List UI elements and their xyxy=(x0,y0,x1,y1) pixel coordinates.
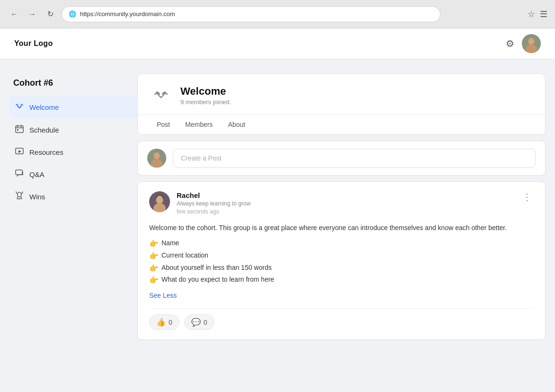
post-list: 👉 Name 👉 Current location 👉 About yourse… xyxy=(149,238,534,286)
group-title: Welcome xyxy=(180,85,231,98)
post-author-info: Rachel Always keep learning to grow few … xyxy=(177,191,251,215)
rachel-avatar-image xyxy=(149,191,170,212)
globe-icon: 🌐 xyxy=(69,10,76,18)
like-count: 0 xyxy=(169,319,172,326)
like-icon: 👍 xyxy=(156,318,166,327)
schedule-icon xyxy=(14,124,25,136)
welcome-icon xyxy=(14,101,25,114)
app-header: Your Logo ⚙ xyxy=(0,28,555,59)
tab-about[interactable]: About xyxy=(220,115,253,135)
sidebar-wins-label: Wins xyxy=(29,193,45,201)
see-less-link[interactable]: See Less xyxy=(149,290,177,301)
qa-icon xyxy=(14,169,25,180)
post-timestamp: few seconds ago xyxy=(177,208,251,215)
back-button[interactable]: ← xyxy=(8,8,21,21)
post-create-input[interactable]: Create a Post xyxy=(173,149,536,168)
post-author-tagline: Always keep learning to grow xyxy=(177,200,251,207)
sidebar-item-welcome[interactable]: Welcome xyxy=(9,97,137,118)
forward-button[interactable]: → xyxy=(26,8,39,21)
list-item-about: 👉 About yourself in less than 150 words xyxy=(149,262,534,275)
post-body-intro: Welcome to the cohort. This group is a g… xyxy=(149,223,534,233)
svg-rect-5 xyxy=(17,129,18,131)
wins-icon xyxy=(14,191,25,203)
post-create-avatar xyxy=(147,149,166,168)
svg-rect-4 xyxy=(16,126,23,133)
list-item-name: 👉 Name xyxy=(149,238,534,250)
group-subtitle: 9 members joined. xyxy=(180,98,231,106)
main-layout: Cohort #6 Welcome xyxy=(0,59,555,354)
svg-rect-8 xyxy=(16,170,22,175)
list-item-expect: 👉 What do you expect to learn from here xyxy=(149,274,534,286)
post-author-avatar xyxy=(149,191,170,212)
settings-button[interactable]: ⚙ xyxy=(506,38,514,49)
post-create-placeholder: Create a Post xyxy=(181,154,222,162)
group-tabs: Post Members About xyxy=(138,115,545,134)
refresh-button[interactable]: ↻ xyxy=(44,8,57,21)
svg-point-17 xyxy=(156,196,163,203)
url-text: https://community.yourdomain.com xyxy=(80,10,175,18)
header-right: ⚙ xyxy=(506,34,541,53)
list-text-3: About yourself in less than 150 words xyxy=(161,262,272,273)
group-header-card: Welcome 9 members joined. Post Members A… xyxy=(137,73,546,135)
post-header: Rachel Always keep learning to grow few … xyxy=(149,191,534,215)
list-text-1: Name xyxy=(161,238,179,248)
sidebar-qa-label: Q&A xyxy=(29,170,45,178)
sidebar-resources-label: Resources xyxy=(29,148,63,156)
post-avatar-image xyxy=(147,149,166,168)
comment-count: 0 xyxy=(204,319,207,326)
avatar-image xyxy=(522,34,541,53)
comment-button[interactable]: 💬 0 xyxy=(184,314,215,330)
sidebar-item-schedule[interactable]: Schedule xyxy=(9,120,137,140)
sidebar-welcome-label: Welcome xyxy=(29,103,59,111)
browser-chrome: ← → ↻ 🌐 https://community.yourdomain.com… xyxy=(0,0,555,28)
svg-point-13 xyxy=(154,152,160,159)
sidebar-item-resources[interactable]: Resources xyxy=(9,142,137,162)
post-body: Welcome to the cohort. This group is a g… xyxy=(149,223,534,301)
tab-post[interactable]: Post xyxy=(149,115,178,135)
resources-icon xyxy=(14,146,25,158)
sidebar-item-wins[interactable]: Wins xyxy=(9,187,137,207)
browser-menu-button[interactable]: ☰ xyxy=(540,9,547,19)
comment-icon: 💬 xyxy=(191,318,201,327)
list-text-2: Current location xyxy=(161,250,208,260)
user-avatar[interactable] xyxy=(522,34,541,53)
post-author-name: Rachel xyxy=(177,191,251,199)
sidebar: Cohort #6 Welcome xyxy=(9,73,137,340)
like-button[interactable]: 👍 0 xyxy=(149,314,179,330)
list-text-4: What do you expect to learn from here xyxy=(161,274,274,285)
group-icon xyxy=(149,83,173,107)
sidebar-item-qa[interactable]: Q&A xyxy=(9,164,137,185)
sidebar-schedule-label: Schedule xyxy=(29,126,59,134)
app-logo: Your Logo xyxy=(14,39,53,48)
post-actions: 👍 0 💬 0 xyxy=(149,308,534,330)
post-menu-button[interactable]: ⋮ xyxy=(520,191,534,203)
group-info: Welcome 9 members joined. xyxy=(180,85,231,106)
url-bar[interactable]: 🌐 https://community.yourdomain.com xyxy=(62,6,440,22)
star-button[interactable]: ☆ xyxy=(528,9,535,19)
browser-actions: ☆ ☰ xyxy=(528,9,547,19)
post-create-card: Create a Post xyxy=(137,141,546,176)
list-emoji-3: 👉 xyxy=(149,262,159,275)
group-header-inner: Welcome 9 members joined. xyxy=(138,74,545,115)
post-card: Rachel Always keep learning to grow few … xyxy=(137,181,546,340)
list-emoji-2: 👉 xyxy=(149,250,159,262)
list-item-location: 👉 Current location xyxy=(149,250,534,262)
sidebar-title: Cohort #6 xyxy=(9,78,137,88)
content-area: Welcome 9 members joined. Post Members A… xyxy=(137,73,546,340)
svg-marker-7 xyxy=(18,150,21,153)
list-emoji-4: 👉 xyxy=(149,274,159,286)
svg-point-3 xyxy=(528,38,534,45)
list-emoji-1: 👉 xyxy=(149,238,159,250)
tab-members[interactable]: Members xyxy=(178,115,220,135)
